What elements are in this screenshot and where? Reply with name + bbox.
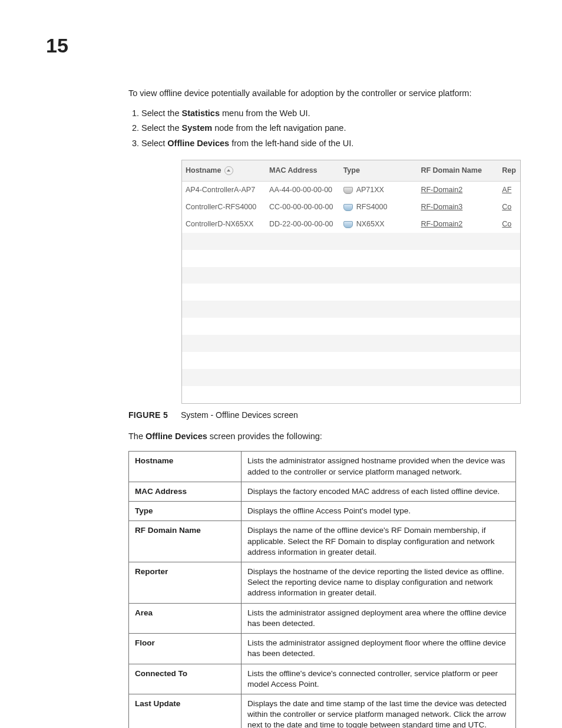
step-item: Select the Statistics menu from the Web … <box>141 108 516 120</box>
table-row <box>182 267 520 284</box>
steps-list: Select the Statistics menu from the Web … <box>128 108 516 150</box>
cell-type: AP71XX <box>340 182 418 199</box>
device-icon <box>343 221 353 228</box>
desc-row: ReporterDisplays the hostname of the dev… <box>129 562 516 603</box>
col-reporter[interactable]: Rep <box>498 160 520 181</box>
table-row <box>182 250 520 267</box>
desc-value: Lists the administrator assigned hostnam… <box>242 452 516 482</box>
rf-domain-link[interactable]: RF-Domain2 <box>421 220 462 228</box>
intro-text: To view offline device potentially avail… <box>128 88 516 100</box>
desc-value: Displays the factory encoded MAC address… <box>242 482 516 501</box>
cell-reporter: Co <box>498 199 520 216</box>
step-bold: System <box>182 123 213 133</box>
bold-text: Offline Devices <box>146 431 207 441</box>
table-row <box>182 318 520 335</box>
step-bold: Statistics <box>182 108 220 118</box>
sort-asc-icon[interactable] <box>224 166 233 175</box>
col-rf-domain[interactable]: RF Domain Name <box>417 160 498 181</box>
after-figure-text: The Offline Devices screen provides the … <box>128 431 516 443</box>
figure-caption: FIGURE 5System - Offline Devices screen <box>128 410 516 421</box>
col-mac[interactable]: MAC Address <box>266 160 340 181</box>
desc-row: TypeDisplays the offline Access Point's … <box>129 502 516 521</box>
cell-rf: RF-Domain2 <box>417 216 498 233</box>
screenshot-panel: Hostname MAC Address Type RF Domain Name… <box>181 160 521 403</box>
step-text: menu from the Web UI. <box>220 108 310 118</box>
text: The <box>128 431 146 441</box>
table-header-row: Hostname MAC Address Type RF Domain Name… <box>182 160 520 181</box>
desc-key: Floor <box>129 634 242 664</box>
table-row <box>182 335 520 352</box>
desc-value: Displays the offline Access Point's mode… <box>242 502 516 521</box>
rf-domain-link[interactable]: RF-Domain2 <box>421 186 462 194</box>
table-body: AP4-ControllerA-AP7AA-44-00-00-00-00AP71… <box>182 182 520 403</box>
desc-key: Type <box>129 502 242 521</box>
desc-row: Last UpdateDisplays the date and time st… <box>129 694 516 728</box>
table-row <box>182 284 520 301</box>
desc-key: Last Update <box>129 694 242 728</box>
desc-key: Reporter <box>129 562 242 603</box>
desc-value: Displays the name of the offline device'… <box>242 521 516 562</box>
desc-value: Displays the date and time stamp of the … <box>242 694 516 728</box>
table-row <box>182 369 520 386</box>
desc-key: Connected To <box>129 664 242 694</box>
table-row <box>182 352 520 369</box>
cell-reporter: AF <box>498 182 520 199</box>
step-item: Select Offline Devices from the left-han… <box>141 138 516 150</box>
table-row[interactable]: ControllerC-RFS4000CC-00-00-00-00-00RFS4… <box>182 199 520 216</box>
chapter-number: 15 <box>46 34 516 57</box>
offline-devices-table: Hostname MAC Address Type RF Domain Name… <box>182 160 520 403</box>
device-icon <box>343 204 353 211</box>
desc-value: Lists the offline's device's connected c… <box>242 664 516 694</box>
cell-hostname: ControllerC-RFS4000 <box>182 199 266 216</box>
figure-label: FIGURE 5 <box>128 410 168 420</box>
figure-text: System - Offline Devices screen <box>181 410 298 420</box>
cell-rf: RF-Domain2 <box>417 182 498 199</box>
table-row <box>182 301 520 318</box>
desc-value: Lists the administrator assigned deploym… <box>242 603 516 633</box>
desc-row: HostnameLists the administrator assigned… <box>129 452 516 482</box>
step-text: Select the <box>141 108 182 118</box>
desc-row: FloorLists the administrator assigned de… <box>129 634 516 664</box>
desc-row: Connected ToLists the offline's device's… <box>129 664 516 694</box>
text: screen provides the following: <box>207 431 322 441</box>
desc-key: RF Domain Name <box>129 521 242 562</box>
table-row <box>182 386 520 403</box>
col-type[interactable]: Type <box>340 160 418 181</box>
step-item: Select the System node from the left nav… <box>141 123 516 134</box>
step-text: Select the <box>141 123 182 133</box>
cell-rf: RF-Domain3 <box>417 199 498 216</box>
step-text: Select <box>141 139 167 148</box>
reporter-link[interactable]: AF <box>502 186 511 194</box>
step-text: node from the left navigation pane. <box>212 123 346 133</box>
table-row[interactable]: ControllerD-NX65XXDD-22-00-00-00-00NX65X… <box>182 216 520 233</box>
col-label: Hostname <box>186 166 221 174</box>
desc-value: Lists the administrator assigned deploym… <box>242 634 516 664</box>
cell-hostname: ControllerD-NX65XX <box>182 216 266 233</box>
description-table: HostnameLists the administrator assigned… <box>128 451 516 728</box>
step-text: from the left-hand side of the UI. <box>229 139 353 148</box>
rf-domain-link[interactable]: RF-Domain3 <box>421 203 462 211</box>
reporter-link[interactable]: Co <box>502 203 511 211</box>
reporter-link[interactable]: Co <box>502 220 511 228</box>
desc-row: RF Domain NameDisplays the name of the o… <box>129 521 516 562</box>
desc-value: Displays the hostname of the device repo… <box>242 562 516 603</box>
step-bold: Offline Devices <box>167 139 229 148</box>
desc-row: AreaLists the administrator assigned dep… <box>129 603 516 633</box>
table-row <box>182 233 520 250</box>
col-hostname[interactable]: Hostname <box>182 160 266 181</box>
cell-type: RFS4000 <box>340 199 418 216</box>
cell-mac: DD-22-00-00-00-00 <box>266 216 340 233</box>
desc-key: Area <box>129 603 242 633</box>
table-row[interactable]: AP4-ControllerA-AP7AA-44-00-00-00-00AP71… <box>182 182 520 199</box>
desc-row: MAC AddressDisplays the factory encoded … <box>129 482 516 501</box>
desc-key: Hostname <box>129 452 242 482</box>
cell-hostname: AP4-ControllerA-AP7 <box>182 182 266 199</box>
device-icon <box>343 187 353 194</box>
cell-mac: AA-44-00-00-00-00 <box>266 182 340 199</box>
cell-mac: CC-00-00-00-00-00 <box>266 199 340 216</box>
cell-type: NX65XX <box>340 216 418 233</box>
cell-reporter: Co <box>498 216 520 233</box>
desc-key: MAC Address <box>129 482 242 501</box>
